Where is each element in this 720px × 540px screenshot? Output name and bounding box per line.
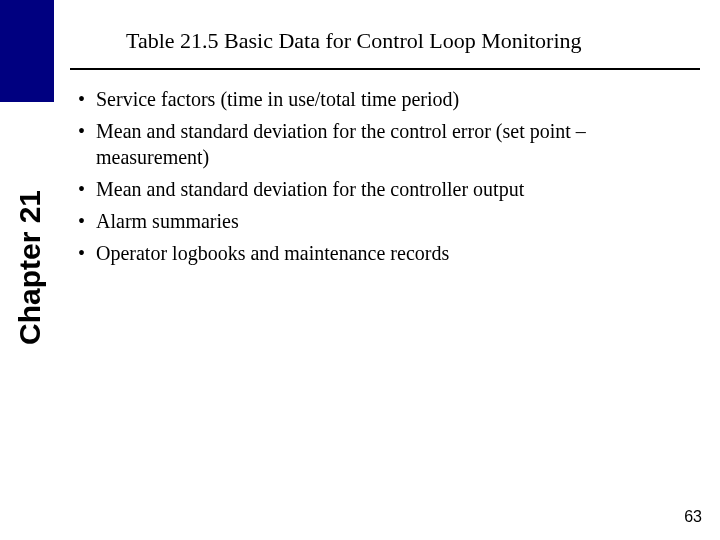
title-underline bbox=[70, 68, 700, 70]
page-number: 63 bbox=[684, 508, 702, 526]
list-item: Mean and standard deviation for the cont… bbox=[78, 176, 698, 202]
sidebar-color-block bbox=[0, 0, 54, 102]
list-item: Alarm summaries bbox=[78, 208, 698, 234]
chapter-label: Chapter 21 bbox=[13, 190, 47, 345]
bullet-list: Service factors (time in use/total time … bbox=[78, 86, 698, 272]
table-title: Table 21.5 Basic Data for Control Loop M… bbox=[126, 28, 582, 54]
list-item: Operator logbooks and maintenance record… bbox=[78, 240, 698, 266]
list-item: Mean and standard deviation for the cont… bbox=[78, 118, 698, 170]
list-item: Service factors (time in use/total time … bbox=[78, 86, 698, 112]
